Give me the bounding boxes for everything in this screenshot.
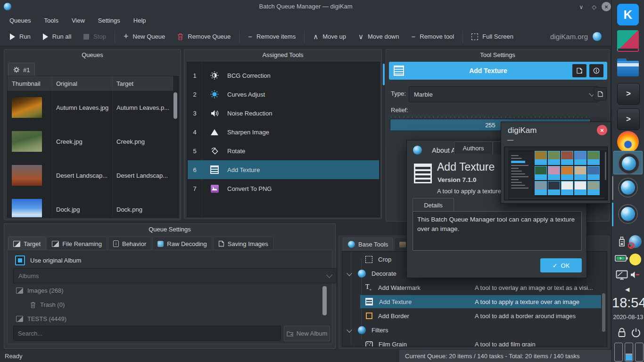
assigned-tool-row[interactable]: 5 Rotate <box>188 141 379 160</box>
usb-device-tray-icon[interactable] <box>618 236 626 249</box>
battery-tray-icon[interactable] <box>615 255 628 263</box>
queue-tab-1[interactable]: #1 <box>8 63 35 76</box>
album-tree-item-tests[interactable]: TESTS (4449) <box>16 315 66 322</box>
column-header-target[interactable]: Target <box>112 76 173 90</box>
minus-icon: − <box>411 33 415 41</box>
menu-settings[interactable]: Settings <box>91 15 127 26</box>
power-icon[interactable] <box>631 328 641 339</box>
tab-behavior[interactable]: i Behavior <box>108 237 151 250</box>
display-tray-icon[interactable] <box>616 270 628 282</box>
tool-header-bar: Add Texture <box>389 62 607 80</box>
digikam-window-icon[interactable] <box>618 178 638 197</box>
texture-type-combobox[interactable]: Marble <box>409 86 599 102</box>
digikam-org-link[interactable]: digiKam.org <box>550 32 608 41</box>
add-texture-icon-large <box>414 164 432 183</box>
stop-button[interactable]: Stop <box>77 28 112 46</box>
tray-expand-arrow[interactable]: ◀ <box>625 286 629 293</box>
album-tree-item-images[interactable]: Images (268) <box>16 287 64 294</box>
column-header-thumbnail[interactable]: Thumbnail <box>8 76 52 90</box>
assigned-tool-row[interactable]: 7 Convert To PNG <box>188 179 379 198</box>
base-tools-scrollbar[interactable] <box>602 293 605 332</box>
queue-item-row[interactable]: Creek.jpg Creek.png <box>8 124 172 158</box>
column-header-original[interactable]: Original <box>52 76 113 90</box>
tab-base-tools[interactable]: Base Tools <box>343 238 393 251</box>
panel-widget-bar-slider[interactable] <box>625 343 633 362</box>
new-queue-button[interactable]: + New Queue <box>117 28 171 46</box>
popup-close-button[interactable]: × <box>597 125 607 135</box>
file-manager-icon[interactable] <box>617 57 639 78</box>
assigned-tool-row[interactable]: 3 Noise Reduction <box>188 104 379 123</box>
tree-item-add-watermark[interactable]: T+ Add Watermark A tool to overlay an im… <box>343 281 606 294</box>
firefox-icon[interactable] <box>617 131 639 153</box>
tab-raw-decoding[interactable]: Raw Decoding <box>152 237 212 250</box>
maximize-button[interactable]: ◇ <box>590 3 598 11</box>
info-button[interactable] <box>589 64 603 77</box>
assigned-tool-row[interactable]: 2 Curves Adjust <box>188 85 379 104</box>
gear-icon <box>13 66 20 73</box>
toolbar-separator <box>239 31 239 43</box>
album-tree-scrollbar[interactable] <box>322 286 327 315</box>
queue-item-row[interactable]: Autumn Leaves.jpg Autumn Leaves.p... <box>8 90 172 124</box>
panel-widget-bar[interactable] <box>635 343 644 362</box>
assigned-tool-row[interactable]: 1 BCG Correction <box>188 66 379 85</box>
move-up-button[interactable]: ∧ Move up <box>307 28 352 46</box>
menu-queues[interactable]: Queues <box>3 15 38 26</box>
full-screen-button[interactable]: Full Screen <box>465 28 520 46</box>
queue-item-row[interactable]: Dock.jpg Dock.png <box>8 192 172 218</box>
terminal-icon-2[interactable]: > <box>617 108 640 130</box>
albums-combobox[interactable]: Albums <box>13 268 337 283</box>
remove-queue-button[interactable]: Remove Queue <box>171 28 237 46</box>
clock[interactable]: 18:54 <box>612 295 644 311</box>
presets-button[interactable] <box>572 64 586 77</box>
assigned-tool-row-selected[interactable]: 6 Add Texture <box>188 160 379 179</box>
full-screen-label: Full Screen <box>482 33 513 40</box>
lock-screen-icon[interactable] <box>617 327 627 340</box>
run-button[interactable]: Run <box>4 28 37 46</box>
assigned-tool-row[interactable]: 4 Sharpen Image <box>188 123 379 141</box>
new-album-button[interactable]: New Album <box>284 326 330 341</box>
use-original-album-checkbox[interactable]: Use original Album <box>15 255 81 265</box>
network-disconnected-tray-icon[interactable] <box>629 235 642 248</box>
album-search-input[interactable] <box>13 326 281 341</box>
menu-help[interactable]: Help <box>127 15 153 26</box>
tree-item-add-texture-selected[interactable]: Add Texture A tool to apply a texture ov… <box>360 295 601 308</box>
remove-tool-button[interactable]: − Remove tool <box>405 28 460 46</box>
queue-item-row[interactable]: Desert Landscap... Desert Landscap... <box>8 158 172 192</box>
date[interactable]: 2020-08-13 <box>612 314 644 321</box>
tab-target[interactable]: Target <box>8 237 46 250</box>
digikam-task-active[interactable] <box>613 151 643 174</box>
tool-description: A tool to apply a texture over an image <box>475 298 579 305</box>
tab-saving-images[interactable]: Saving Images <box>213 237 273 250</box>
tab-authors[interactable]: Authors <box>454 141 493 154</box>
terminal-icon[interactable]: > <box>617 83 640 105</box>
run-all-button[interactable]: Run all <box>37 28 77 46</box>
mini-tree-line <box>511 165 528 166</box>
tree-item-label: Add Texture <box>379 298 412 305</box>
menu-tools[interactable]: Tools <box>38 15 65 26</box>
ok-button[interactable]: ✓ OK <box>540 258 582 272</box>
remove-items-button[interactable]: − Remove items <box>242 28 302 46</box>
panel-widget-bar[interactable] <box>614 343 623 362</box>
target-filename: Autumn Leaves.p... <box>116 104 169 111</box>
yellow-status-tray-icon[interactable] <box>629 254 641 265</box>
volume-muted-tray-icon[interactable] <box>630 271 640 280</box>
tree-item-add-border[interactable]: Add Border A tool to add a border around… <box>343 309 606 322</box>
close-button[interactable]: × <box>602 2 611 11</box>
behavior-tab-icon: i <box>113 240 119 247</box>
move-down-button[interactable]: ∨ Move down <box>352 28 405 46</box>
title-bar[interactable]: Batch Queue Manager — digiKam ∨ ◇ × <box>0 0 611 13</box>
mini-tree-line <box>511 158 522 159</box>
menu-view[interactable]: View <box>65 15 91 26</box>
tab-file-renaming[interactable]: File Renaming <box>47 237 107 250</box>
digikam-window-icon-2[interactable] <box>618 204 638 224</box>
tab-details[interactable]: Details <box>413 198 454 212</box>
kde-launcher-icon[interactable]: K <box>617 4 639 25</box>
vertical-scrollbar[interactable] <box>173 92 177 119</box>
tree-group-filters[interactable]: Filters <box>343 323 606 337</box>
type-presets-button[interactable] <box>594 87 607 100</box>
album-tree-item-trash[interactable]: Trash (0) <box>30 301 65 308</box>
splitter-handle[interactable] <box>383 64 385 85</box>
minimize-button[interactable]: ∨ <box>578 3 585 11</box>
desktop-pager-icon[interactable] <box>617 30 639 52</box>
tree-item-film-grain[interactable]: Film Grain A tool to add film grain <box>343 337 606 347</box>
